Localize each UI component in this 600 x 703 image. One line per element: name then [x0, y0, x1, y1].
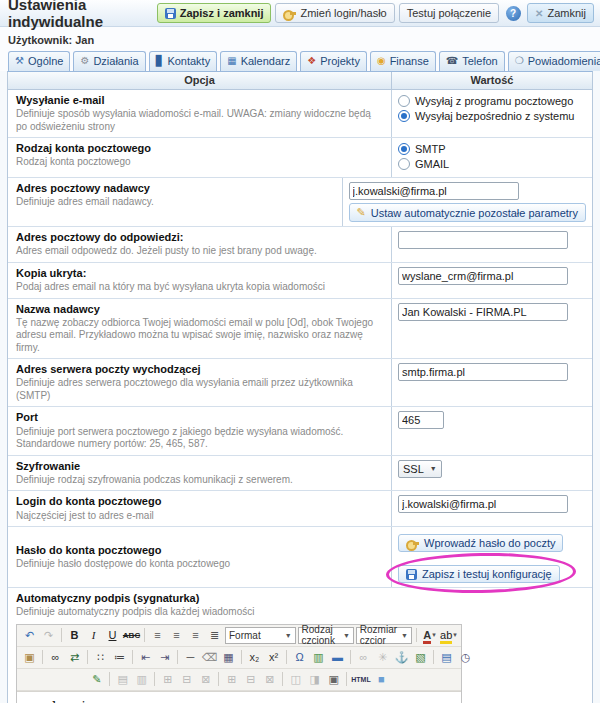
tab-finanse[interactable]: ◉Finanse — [370, 51, 436, 71]
tab-ogólne[interactable]: ⚒Ogólne — [8, 51, 70, 71]
mail-login-input[interactable] — [398, 495, 568, 513]
bullet-list-icon[interactable]: ∷ — [92, 649, 109, 666]
strikethrough-icon[interactable]: ABC — [123, 627, 140, 644]
table-row: Login do konta pocztowego Najczęściej je… — [8, 491, 592, 527]
page-title: Ustawienia indywidualne — [8, 0, 153, 30]
highlight-color-icon[interactable]: ab▾ — [440, 627, 457, 644]
save-and-test-config-button[interactable]: Zapisz i testuj konfigurację — [398, 565, 560, 583]
radio-send-from-mail-program[interactable]: Wysyłaj z programu pocztowego — [398, 95, 586, 107]
italic-icon[interactable]: I — [85, 627, 102, 644]
signature-line: pozdrawiam — [25, 698, 453, 703]
phone-icon: ☎ — [446, 56, 458, 66]
find-icon[interactable]: ∞ — [47, 649, 64, 666]
option-desc: Definiuje sposób wysyłania wiadomości e-… — [16, 108, 383, 133]
tab-telefon[interactable]: ☎Telefon — [439, 51, 505, 71]
insert-date-icon[interactable]: ▤ — [438, 649, 455, 666]
toolbar-separator — [433, 650, 434, 664]
toolbar-separator — [416, 628, 417, 642]
projects-icon: ❖ — [307, 56, 316, 66]
print-icon[interactable]: ▣ — [325, 671, 342, 688]
subscript-icon[interactable]: x₂ — [246, 649, 263, 666]
radio-send-from-system[interactable]: Wysyłaj bezpośrednio z systemu — [398, 110, 586, 122]
toolbar-separator — [61, 628, 62, 642]
insert-row-before-icon: ⊞ — [159, 671, 176, 688]
key-icon — [406, 540, 419, 547]
tab-kalendarz[interactable]: ▦Kalendarz — [220, 51, 297, 71]
delete-col-icon: ⊠ — [261, 671, 278, 688]
tab-powiadomienia[interactable]: ❍Powiadomienia — [508, 51, 600, 71]
tab-działania[interactable]: ⚙Działania — [73, 51, 145, 71]
toolbar-separator — [286, 650, 287, 664]
emotions-icon[interactable]: ▬ — [329, 649, 346, 666]
tab-kontakty[interactable]: ▊Kontakty — [149, 51, 218, 71]
enter-mail-password-button[interactable]: Wprowadź hasło do poczty — [398, 534, 563, 552]
close-button[interactable]: ✕ Zamknij — [527, 3, 594, 23]
option-desc: Tę nazwę zobaczy odbiorca Twojej wiadomo… — [16, 317, 383, 355]
auto-set-parameters-button[interactable]: ✎ Ustaw automatycznie pozostałe parametr… — [349, 203, 586, 222]
table-row-signature: Automatyczny podpis (sygnaturka) Definiu… — [8, 588, 592, 703]
insert-time-icon[interactable]: ◷ — [457, 649, 474, 666]
reply-to-email-input[interactable] — [398, 231, 568, 249]
horizontal-rule-icon[interactable]: ─ — [182, 649, 199, 666]
help-button[interactable]: ? — [503, 3, 523, 23]
toolbar-separator — [177, 650, 178, 664]
port-input[interactable] — [398, 411, 444, 429]
smtp-server-input[interactable] — [398, 363, 568, 381]
option-desc: Definiuje adres serwera pocztowego dla w… — [16, 377, 383, 402]
table-row: Adres serwera poczty wychodzącej Definiu… — [8, 359, 592, 407]
toolbar-separator — [144, 628, 145, 642]
special-char-icon[interactable]: Ω — [291, 649, 308, 666]
underline-icon[interactable]: U — [104, 627, 121, 644]
option-label: Szyfrowanie — [16, 460, 383, 473]
link-icon: ∞ — [355, 649, 372, 666]
radio-smtp[interactable]: SMTP — [398, 143, 586, 155]
html-source-icon[interactable]: HTML — [351, 671, 370, 688]
anchor-icon[interactable]: ⚓ — [393, 649, 410, 666]
justify-icon[interactable]: ≣ — [206, 627, 223, 644]
undo-icon[interactable]: ↶ — [21, 627, 38, 644]
radio-icon — [398, 95, 410, 107]
table-row: Rodzaj konta pocztowego Rodzaj konta poc… — [8, 138, 592, 178]
test-connection-button[interactable]: Testuj połączenie — [399, 3, 499, 23]
remove-format-icon[interactable]: ⌫ — [201, 649, 218, 666]
sender-name-input[interactable] — [398, 303, 568, 321]
text-color-icon[interactable]: A▾ — [421, 627, 438, 644]
font-size-select[interactable]: Rozmiar czcior▼ — [356, 627, 412, 644]
tab-label: Powiadomienia — [528, 55, 600, 67]
save-and-close-button[interactable]: Zapisz i zamknij — [157, 3, 272, 23]
tab-projekty[interactable]: ❖Projekty — [300, 51, 367, 71]
numbered-list-icon[interactable]: ≔ — [111, 649, 128, 666]
format-select[interactable]: Format▼ — [225, 627, 296, 644]
media-icon[interactable]: ▥ — [310, 649, 327, 666]
fullscreen-icon[interactable]: ■ — [373, 671, 390, 688]
encryption-select[interactable]: SSL ▼ — [398, 460, 442, 478]
superscript-icon[interactable]: x² — [265, 649, 282, 666]
speech-bubble-icon: ❍ — [515, 56, 524, 66]
font-family-select[interactable]: Rodzaj czcionk▼ — [298, 627, 354, 644]
sender-email-input[interactable] — [349, 182, 519, 200]
outdent-icon[interactable]: ⇤ — [137, 649, 154, 666]
radio-checked-icon — [398, 110, 410, 122]
user-line: Użytkownik: Jan — [0, 27, 600, 51]
bold-icon[interactable]: B — [66, 627, 83, 644]
find-replace-icon[interactable]: ⇄ — [66, 649, 83, 666]
align-center-icon[interactable]: ≡ — [168, 627, 185, 644]
floppy-icon — [165, 8, 176, 19]
paste-icon[interactable]: ▣ — [21, 649, 38, 666]
change-login-password-button[interactable]: Zmień login/hasło — [275, 3, 394, 23]
toolbar-separator — [154, 672, 155, 686]
split-cells-icon: ◫ — [287, 671, 304, 688]
image-icon[interactable]: ▧ — [412, 649, 429, 666]
option-label: Wysyłanie e-mail — [16, 94, 383, 107]
indent-icon[interactable]: ⇥ — [156, 649, 173, 666]
edit-html-element-icon[interactable]: ✎ — [88, 671, 105, 688]
option-desc: Podaj adres email na który ma być wysyła… — [16, 281, 383, 294]
header-bar: Ustawienia indywidualne Zapisz i zamknij… — [0, 0, 600, 27]
insert-table-icon[interactable]: ▦ — [220, 649, 237, 666]
bcc-email-input[interactable] — [398, 267, 568, 285]
signature-content[interactable]: pozdrawiam Jan Kowalskitel. 123 456 789 — [17, 691, 461, 703]
editor-toolbar-row-1: ↶↷BIUABC≡≡≡≣Format▼Rodzaj czcionk▼Rozmia… — [17, 625, 461, 647]
radio-gmail[interactable]: GMAIL — [398, 158, 586, 170]
align-right-icon[interactable]: ≡ — [187, 627, 204, 644]
align-left-icon[interactable]: ≡ — [149, 627, 166, 644]
